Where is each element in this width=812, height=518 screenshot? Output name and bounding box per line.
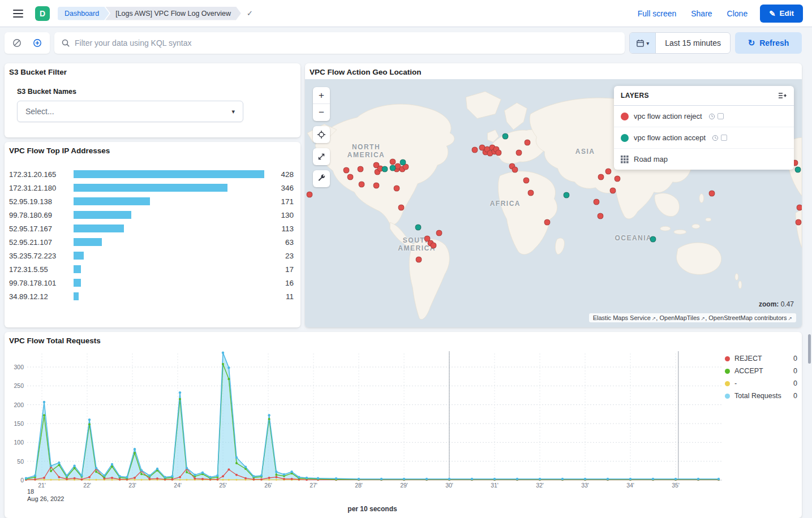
ip-row: 52.95.21.10763: [9, 235, 294, 249]
menu-button[interactable]: [9, 5, 27, 23]
vertical-scrollbar[interactable]: [808, 334, 811, 364]
panel-title: VPC Flow Top IP Addresses: [5, 142, 300, 159]
svg-text:26': 26': [264, 482, 272, 489]
world-map[interactable]: NORTH AMERICASOUTH AMERICAAFRICAASIAOCEA…: [305, 79, 802, 327]
ip-row: 172.31.21.180346: [9, 181, 294, 195]
set-view-button[interactable]: [313, 126, 330, 143]
ip-count-value: 11: [268, 292, 294, 301]
ip-bar[interactable]: [74, 265, 264, 273]
svg-text:29': 29': [400, 482, 408, 489]
ip-bar[interactable]: [74, 170, 264, 178]
ip-address-label: 52.95.17.167: [9, 225, 70, 233]
ip-bar[interactable]: [74, 184, 264, 192]
legend-dot: [725, 394, 730, 399]
layer-row[interactable]: vpc flow action reject: [614, 106, 794, 127]
legend-dot: [725, 356, 730, 361]
filter-options-button[interactable]: [9, 35, 25, 51]
legend-row[interactable]: -0: [725, 377, 797, 390]
reject-marker[interactable]: [525, 140, 531, 146]
reject-marker[interactable]: [598, 174, 604, 180]
reject-marker[interactable]: [394, 185, 400, 191]
ip-bar[interactable]: [74, 252, 264, 260]
legend-row[interactable]: Total Requests0: [725, 390, 797, 402]
reject-marker[interactable]: [373, 182, 380, 188]
legend-row[interactable]: REJECT0: [725, 352, 797, 365]
s3-bucket-select[interactable]: Select... ▾: [17, 101, 243, 122]
reject-marker[interactable]: [358, 166, 364, 172]
ip-bar[interactable]: [74, 211, 264, 219]
ip-bar[interactable]: [74, 197, 264, 205]
attribution-link[interactable]: OpenMapTiles: [659, 314, 699, 321]
ip-bar[interactable]: [74, 225, 264, 232]
breadcrumb-current[interactable]: [Logs AWS] VPC Flow Log Overview: [105, 7, 241, 20]
reject-marker[interactable]: [598, 213, 604, 219]
layer-row[interactable]: vpc flow action accept: [614, 127, 794, 149]
clone-link[interactable]: Clone: [727, 9, 748, 18]
legend-value: 0: [793, 355, 797, 362]
reject-marker[interactable]: [512, 166, 518, 172]
reject-marker[interactable]: [605, 168, 611, 174]
tools-icon: [317, 174, 326, 183]
reject-marker[interactable]: [709, 190, 715, 196]
reject-marker[interactable]: [523, 177, 529, 183]
map-tools-button[interactable]: [313, 170, 330, 187]
kql-search-box[interactable]: [54, 32, 625, 54]
reject-marker[interactable]: [544, 219, 551, 226]
accept-marker[interactable]: [415, 225, 422, 231]
reject-marker[interactable]: [430, 243, 436, 249]
layer-checkbox[interactable]: [721, 135, 727, 141]
deployment-logo[interactable]: D: [35, 6, 50, 21]
reject-marker[interactable]: [306, 191, 312, 197]
reject-marker[interactable]: [496, 149, 502, 156]
date-picker-button[interactable]: ▾: [630, 33, 656, 53]
panel-title: VPC Flow Action Geo Location: [305, 63, 802, 81]
reject-marker[interactable]: [615, 175, 621, 182]
share-link[interactable]: Share: [691, 9, 712, 18]
accept-marker[interactable]: [563, 192, 569, 198]
full-screen-link[interactable]: Full screen: [638, 9, 676, 18]
edit-button[interactable]: ✎ Edit: [760, 5, 803, 23]
reject-marker[interactable]: [795, 219, 801, 226]
time-series-chart[interactable]: 05010015020025030021'22'23'24'25'26'27'2…: [8, 347, 735, 493]
reject-marker[interactable]: [796, 205, 802, 211]
breadcrumb-dashboard[interactable]: Dashboard: [58, 7, 109, 20]
layer-color-dot: [621, 134, 629, 142]
reject-marker[interactable]: [343, 167, 349, 174]
layers-collapse-icon[interactable]: [777, 91, 787, 100]
ip-bar[interactable]: [74, 279, 264, 287]
add-filter-button[interactable]: [29, 35, 45, 51]
reject-marker[interactable]: [398, 205, 405, 211]
ip-bar[interactable]: [74, 292, 264, 300]
zoom-out-button[interactable]: −: [313, 104, 330, 121]
layer-row[interactable]: Road map: [614, 149, 794, 170]
ip-bar[interactable]: [74, 238, 264, 246]
refresh-button[interactable]: ↻ Refresh: [735, 32, 802, 54]
reject-marker[interactable]: [516, 149, 522, 156]
zoom-in-button[interactable]: +: [313, 87, 330, 104]
attribution-link[interactable]: Elastic Maps Service: [593, 314, 651, 321]
layer-checkbox[interactable]: [718, 113, 724, 119]
reject-marker[interactable]: [594, 199, 600, 205]
legend-row[interactable]: ACCEPT0: [725, 365, 797, 377]
reject-marker[interactable]: [416, 256, 422, 262]
reject-marker[interactable]: [436, 230, 442, 236]
accept-marker[interactable]: [502, 133, 508, 140]
reject-marker[interactable]: [347, 174, 353, 180]
accept-marker[interactable]: [390, 165, 396, 171]
fit-to-data-button[interactable]: [313, 148, 330, 165]
reject-marker[interactable]: [359, 181, 365, 187]
road-map-icon: [621, 156, 629, 163]
svg-text:300: 300: [14, 364, 24, 370]
reject-marker[interactable]: [472, 147, 478, 153]
kql-input[interactable]: [75, 38, 618, 48]
reject-marker[interactable]: [527, 189, 534, 196]
attribution-link[interactable]: OpenStreetMap contributors: [708, 314, 787, 321]
svg-text:27': 27': [310, 482, 317, 489]
accept-marker[interactable]: [650, 236, 656, 243]
time-range-display[interactable]: Last 15 minutes: [656, 33, 730, 53]
accept-marker[interactable]: [382, 166, 388, 172]
accept-marker[interactable]: [399, 159, 406, 166]
ip-bar-chart: 172.31.20.165428172.31.21.18034652.95.19…: [5, 159, 300, 303]
accept-marker[interactable]: [794, 166, 801, 172]
reject-marker[interactable]: [610, 187, 616, 193]
